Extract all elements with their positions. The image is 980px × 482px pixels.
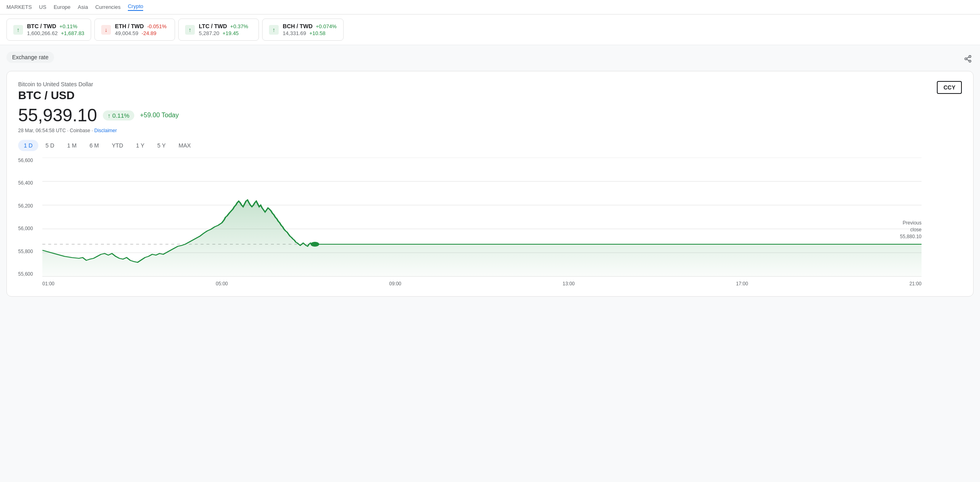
price-chart-svg: [42, 158, 922, 277]
x-label-09: 09:00: [389, 281, 401, 287]
y-label-1: 56,600: [18, 158, 41, 163]
previous-close-label: Previousclose 55,880.10: [900, 220, 922, 240]
y-label-4: 56,000: [18, 226, 41, 231]
chart-price: 55,939.10: [18, 105, 97, 125]
tab-1d[interactable]: 1 D: [18, 140, 38, 151]
y-axis: 56,600 56,400 56,200 56,000 55,800 55,60…: [18, 158, 41, 287]
chart-fill: [42, 200, 922, 276]
ticker-name-ltc-twd: LTC / TWD: [199, 23, 227, 29]
tab-max[interactable]: MAX: [173, 140, 196, 151]
ticker-name-bch-twd: BCH / TWD: [283, 23, 313, 29]
tab-1y[interactable]: 1 Y: [130, 140, 150, 151]
nav-link-currencies[interactable]: Currencies: [95, 4, 121, 10]
ticker-abs-btc-twd: +1,687.83: [61, 30, 84, 36]
ticker-name-eth-twd: ETH / TWD: [115, 23, 144, 29]
ticker-price-bch-twd: 14,331.69: [283, 30, 306, 36]
nav-link-markets[interactable]: MARKETS: [6, 4, 32, 10]
chart-today-change: +59.00 Today: [140, 112, 179, 119]
svg-line-3: [967, 59, 969, 60]
chart-change-badge: ↑ 0.11%: [103, 110, 134, 120]
tab-5y[interactable]: 5 Y: [152, 140, 171, 151]
ticker-card-eth-twd[interactable]: ↓ ETH / TWD -0.051% 49,004.59 -24.89: [94, 19, 175, 41]
x-label-21: 21:00: [909, 281, 922, 287]
down-arrow-icon: ↓: [101, 25, 111, 35]
y-label-2: 56,400: [18, 180, 41, 186]
chart-subtitle: Bitcoin to United States Dollar: [18, 81, 179, 87]
ticker-abs-ltc-twd: +19.45: [223, 30, 239, 36]
y-label-5: 55,800: [18, 249, 41, 254]
nav-link-us[interactable]: US: [39, 4, 46, 10]
nav-links: MARKETS US Europe Asia Currencies Crypto: [6, 3, 143, 11]
tab-ytd[interactable]: YTD: [106, 140, 129, 151]
ticker-price-eth-twd: 49,004.59: [115, 30, 138, 36]
nav-link-crypto[interactable]: Crypto: [128, 3, 143, 11]
ticker-card-btc-twd[interactable]: ↑ BTC / TWD +0.11% 1,600,266.62 +1,687.8…: [6, 19, 91, 41]
ticker-price-btc-twd: 1,600,266.62: [27, 30, 58, 36]
ticker-change-pct-btc-twd: +0.11%: [59, 23, 77, 29]
current-price-dot: [311, 242, 319, 247]
y-label-6: 55,600: [18, 271, 41, 277]
x-label-01: 01:00: [42, 281, 54, 287]
x-label-17: 17:00: [736, 281, 748, 287]
ticker-name-btc-twd: BTC / TWD: [27, 23, 56, 29]
nav-bar: MARKETS US Europe Asia Currencies Crypto: [0, 0, 980, 15]
y-label-3: 56,200: [18, 203, 41, 209]
chart-price-row: 55,939.10 ↑ 0.11% +59.00 Today: [18, 105, 179, 125]
exchange-rate-button[interactable]: Exchange rate: [6, 52, 54, 63]
ticker-change-pct-bch-twd: +0.074%: [316, 23, 337, 29]
up-arrow-icon: ↑: [13, 25, 23, 35]
share-button[interactable]: [962, 53, 974, 66]
tab-5d[interactable]: 5 D: [40, 140, 60, 151]
previous-close-value: 55,880.10: [900, 233, 922, 240]
ticker-change-pct-ltc-twd: +0.37%: [230, 23, 248, 29]
chart-card: Bitcoin to United States Dollar BTC / US…: [6, 71, 974, 297]
ticker-abs-eth-twd: -24.89: [142, 30, 156, 36]
ccy-button[interactable]: CCY: [937, 81, 962, 94]
previous-close-text: Previousclose: [900, 220, 922, 233]
ticker-cards: ↑ BTC / TWD +0.11% 1,600,266.62 +1,687.8…: [0, 15, 980, 45]
main-content: Exchange rate Bitcoin to United States D…: [0, 45, 980, 303]
x-label-13: 13:00: [563, 281, 575, 287]
chart-pair: BTC / USD: [18, 89, 179, 102]
up-arrow-icon-bch: ↑: [269, 25, 279, 35]
chart-inner: Previousclose 55,880.10: [42, 158, 922, 277]
nav-link-europe[interactable]: Europe: [54, 4, 71, 10]
ticker-abs-bch-twd: +10.58: [309, 30, 325, 36]
chart-title-section: Bitcoin to United States Dollar BTC / US…: [18, 81, 179, 140]
up-arrow-icon-ltc: ↑: [185, 25, 195, 35]
ticker-card-bch-twd[interactable]: ↑ BCH / TWD +0.074% 14,331.69 +10.58: [262, 19, 344, 41]
tab-6m[interactable]: 6 M: [84, 140, 104, 151]
time-tabs: 1 D 5 D 1 M 6 M YTD 1 Y 5 Y MAX: [18, 140, 962, 151]
ticker-change-pct-eth-twd: -0.051%: [147, 23, 167, 29]
x-axis: 01:00 05:00 09:00 13:00 17:00 21:00: [42, 281, 922, 287]
chart-meta: 28 Mar, 06:54:58 UTC · Coinbase · Discla…: [18, 128, 179, 133]
nav-link-asia[interactable]: Asia: [78, 4, 88, 10]
svg-line-4: [967, 57, 969, 58]
tab-1m[interactable]: 1 M: [62, 140, 82, 151]
chart-area: 56,600 56,400 56,200 56,000 55,800 55,60…: [18, 158, 962, 287]
ticker-price-ltc-twd: 5,287.20: [199, 30, 219, 36]
x-label-05: 05:00: [216, 281, 228, 287]
ticker-card-ltc-twd[interactable]: ↑ LTC / TWD +0.37% 5,287.20 +19.45: [178, 19, 259, 41]
disclaimer-link[interactable]: Disclaimer: [94, 128, 117, 133]
share-icon: [964, 55, 972, 63]
